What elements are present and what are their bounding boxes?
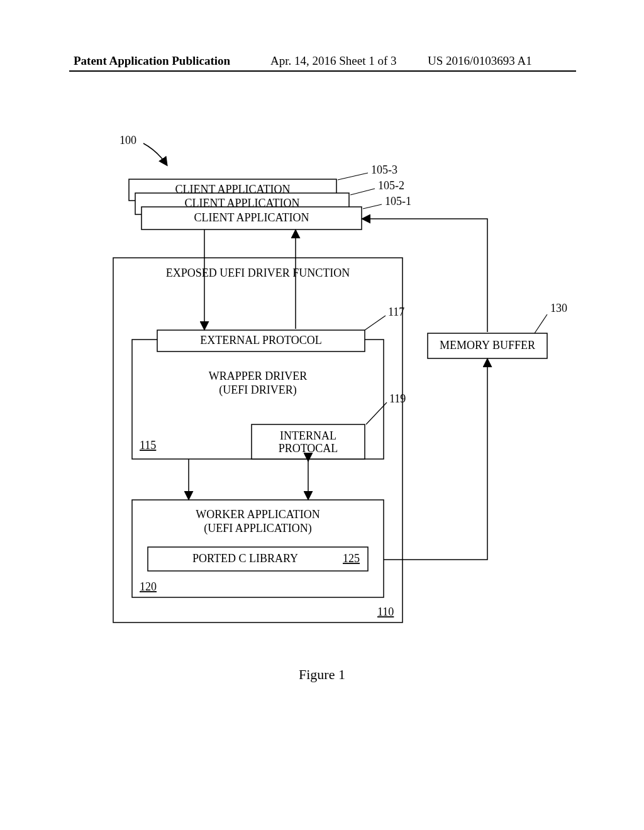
exposed-uefi-label: EXPOSED UEFI DRIVER FUNCTION: [166, 267, 350, 279]
ref-110: 110: [377, 606, 394, 618]
ref-125: 125: [343, 552, 360, 565]
header-rule: [69, 70, 576, 72]
header-left: Patent Application Publication: [74, 54, 230, 68]
ref-115: 115: [140, 439, 156, 451]
ref-117: 117: [388, 306, 404, 318]
worker-line2: (UEFI APPLICATION): [204, 522, 312, 535]
memory-buffer-label: MEMORY BUFFER: [440, 339, 535, 351]
client-app-1-label: CLIENT APPLICATION: [194, 211, 309, 224]
ref-130: 130: [550, 302, 567, 314]
header-mid: Apr. 14, 2016 Sheet 1 of 3: [270, 54, 397, 68]
page: Patent Application Publication Apr. 14, …: [0, 0, 644, 830]
figure-caption: Figure 1: [0, 667, 644, 683]
ref-105-3: 105-3: [371, 163, 397, 176]
diagram-svg: 100 CLIENT APPLICATION CLIENT APPLICATIO…: [69, 113, 585, 660]
ref-105-2: 105-2: [378, 179, 404, 192]
internal-line2: PROTOCAL: [279, 442, 338, 455]
ref-105-1: 105-1: [385, 195, 411, 208]
internal-line1: INTERNAL: [280, 429, 336, 442]
external-protocol-label: EXTERNAL PROTOCOL: [200, 334, 322, 346]
wrapper-line1: WRAPPER DRIVER: [209, 370, 308, 382]
header-right: US 2016/0103693 A1: [428, 54, 532, 68]
worker-line1: WORKER APPLICATION: [196, 508, 320, 521]
ref-119: 119: [389, 392, 406, 405]
ref-100: 100: [119, 134, 136, 147]
ported-c-label: PORTED C LIBRARY: [192, 552, 298, 565]
wrapper-line2: (UEFI DRIVER): [219, 384, 297, 397]
ref-120: 120: [140, 580, 157, 593]
